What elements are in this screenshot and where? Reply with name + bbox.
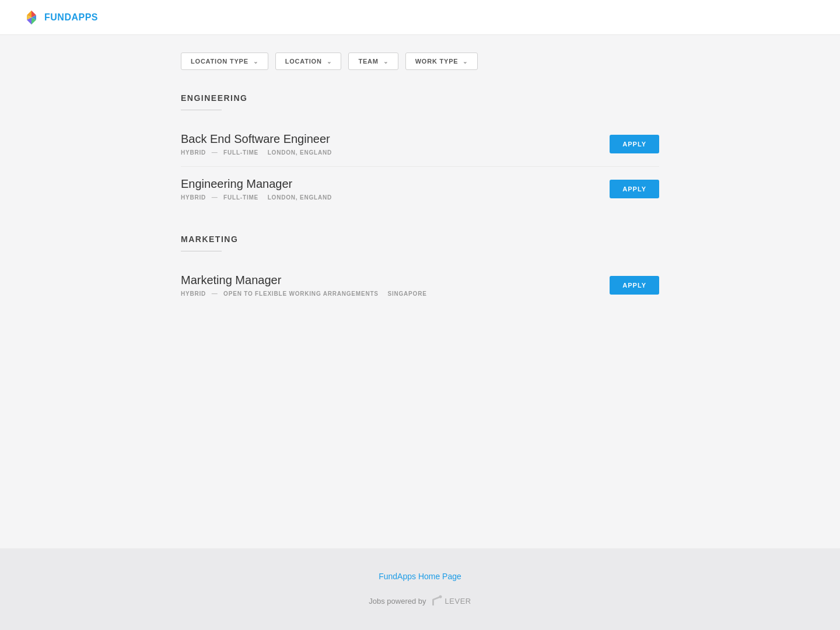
location-backend-software-engineer: LONDON, ENGLAND: [268, 149, 332, 156]
job-meta-marketing-manager: HYBRID — OPEN TO FLEXIBLE WORKING ARRANG…: [181, 290, 427, 297]
job-item-marketing-manager: Marketing ManagerHYBRID — OPEN TO FLEXIB…: [181, 263, 659, 307]
job-type-backend-software-engineer: FULL-TIME: [223, 149, 258, 156]
job-meta-backend-software-engineer: HYBRID — FULL-TIME LONDON, ENGLAND: [181, 149, 332, 156]
filter-team[interactable]: TEAM⌄: [348, 52, 398, 70]
main-content: LOCATION TYPE⌄LOCATION⌄TEAM⌄WORK TYPE⌄ E…: [158, 35, 682, 548]
job-title-backend-software-engineer: Back End Software Engineer: [181, 132, 332, 146]
separator: —: [209, 194, 220, 201]
svg-rect-6: [432, 600, 434, 606]
department-title-engineering: ENGINEERING: [181, 93, 659, 103]
separator2: [262, 149, 264, 156]
filter-label-location: LOCATION: [285, 58, 322, 65]
lever-logo: LEVER: [431, 595, 471, 607]
departments-container: ENGINEERINGBack End Software EngineerHYB…: [181, 93, 659, 307]
logo: FUNDAPPS: [23, 9, 98, 26]
chevron-down-icon: ⌄: [463, 58, 468, 65]
department-title-marketing: MARKETING: [181, 235, 659, 244]
job-item-engineering-manager: Engineering ManagerHYBRID — FULL-TIME LO…: [181, 167, 659, 211]
footer: FundApps Home Page Jobs powered by LEVER: [0, 548, 840, 630]
department-engineering: ENGINEERINGBack End Software EngineerHYB…: [181, 93, 659, 211]
job-info-backend-software-engineer: Back End Software EngineerHYBRID — FULL-…: [181, 132, 332, 156]
apply-button-backend-software-engineer[interactable]: APPLY: [610, 135, 659, 153]
lever-label: LEVER: [445, 597, 471, 606]
filter-location-type[interactable]: LOCATION TYPE⌄: [181, 52, 268, 70]
job-type-marketing-manager: OPEN TO FLEXIBLE WORKING ARRANGEMENTS: [223, 290, 379, 297]
svg-point-8: [439, 596, 442, 598]
filter-label-team: TEAM: [358, 58, 378, 65]
chevron-down-icon: ⌄: [383, 58, 388, 65]
separator2: [262, 194, 264, 201]
powered-by-text: Jobs powered by: [369, 597, 426, 606]
powered-by: Jobs powered by LEVER: [12, 595, 828, 607]
work-type-marketing-manager: HYBRID: [181, 290, 206, 297]
filter-label-work-type: WORK TYPE: [415, 58, 459, 65]
filter-location[interactable]: LOCATION⌄: [275, 52, 342, 70]
filter-label-location-type: LOCATION TYPE: [191, 58, 249, 65]
lever-icon: [431, 595, 443, 607]
filter-work-type[interactable]: WORK TYPE⌄: [405, 52, 478, 70]
department-divider-engineering: [181, 110, 222, 110]
logo-text: FUNDAPPS: [44, 12, 98, 23]
apply-button-marketing-manager[interactable]: APPLY: [610, 276, 659, 295]
job-meta-engineering-manager: HYBRID — FULL-TIME LONDON, ENGLAND: [181, 194, 332, 201]
job-type-engineering-manager: FULL-TIME: [223, 194, 258, 201]
filters-bar: LOCATION TYPE⌄LOCATION⌄TEAM⌄WORK TYPE⌄: [181, 52, 659, 70]
job-title-marketing-manager: Marketing Manager: [181, 274, 427, 287]
location-engineering-manager: LONDON, ENGLAND: [268, 194, 332, 201]
job-info-marketing-manager: Marketing ManagerHYBRID — OPEN TO FLEXIB…: [181, 274, 427, 297]
work-type-backend-software-engineer: HYBRID: [181, 149, 206, 156]
job-info-engineering-manager: Engineering ManagerHYBRID — FULL-TIME LO…: [181, 177, 332, 201]
fundapps-logo-icon: [23, 9, 40, 26]
separator: —: [209, 149, 220, 156]
chevron-down-icon: ⌄: [253, 58, 258, 65]
work-type-engineering-manager: HYBRID: [181, 194, 206, 201]
separator2: [382, 290, 384, 297]
job-title-engineering-manager: Engineering Manager: [181, 177, 332, 191]
apply-button-engineering-manager[interactable]: APPLY: [610, 180, 659, 198]
job-item-backend-software-engineer: Back End Software EngineerHYBRID — FULL-…: [181, 122, 659, 167]
fundapps-homepage-link[interactable]: FundApps Home Page: [12, 572, 828, 581]
separator: —: [209, 290, 220, 297]
location-marketing-manager: SINGAPORE: [387, 290, 426, 297]
department-marketing: MARKETINGMarketing ManagerHYBRID — OPEN …: [181, 235, 659, 307]
header: FUNDAPPS: [0, 0, 840, 35]
chevron-down-icon: ⌄: [327, 58, 332, 65]
department-divider-marketing: [181, 251, 222, 251]
